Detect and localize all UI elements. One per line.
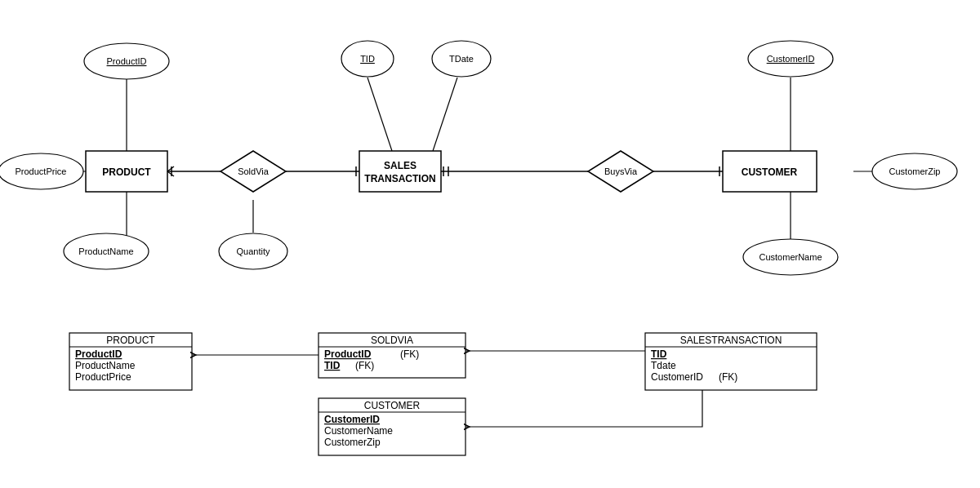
attr-productprice-label: ProductPrice xyxy=(16,166,67,176)
rel-arrow-sales-customer xyxy=(466,390,702,427)
rel-buysvia-label: BuysVia xyxy=(604,166,638,176)
table-product-title: PRODUCT xyxy=(106,335,155,346)
table-soldvia-fk2: (FK) xyxy=(355,360,374,371)
table-product-pk: ProductID xyxy=(75,348,122,360)
table-soldvia-title: SOLDVIA xyxy=(371,335,413,346)
attr-tid-label: TID xyxy=(360,54,375,64)
entity-sales xyxy=(359,151,441,192)
table-salestransaction-title: SALESTRANSACTION xyxy=(680,335,782,346)
attr-customerzip-label: CustomerZip xyxy=(889,166,941,176)
svg-line-21 xyxy=(167,171,174,176)
attr-productid-label: ProductID xyxy=(107,56,147,66)
table-soldvia-pk1: ProductID xyxy=(324,348,372,360)
er-diagram: ProductID ProductPrice ProductName TID T… xyxy=(0,0,980,488)
entity-product-label: PRODUCT xyxy=(102,166,151,178)
entity-sales-label2: TRANSACTION xyxy=(364,173,435,184)
table-customer-title: CUSTOMER xyxy=(364,400,421,411)
table-customer-f1: CustomerName xyxy=(324,425,393,437)
table-customer-f2: CustomerZip xyxy=(324,437,381,448)
entity-customer-label: CUSTOMER xyxy=(742,166,798,178)
attr-customerid-label: CustomerID xyxy=(767,54,815,64)
attr-productname-label: ProductName xyxy=(78,246,133,256)
table-salestransaction-fk: (FK) xyxy=(719,371,737,383)
table-customer-pk: CustomerID xyxy=(324,414,380,425)
svg-line-15 xyxy=(433,78,457,151)
table-soldvia-pk2: TID xyxy=(324,360,341,371)
svg-line-20 xyxy=(167,166,174,171)
entity-sales-label1: SALES xyxy=(384,160,416,171)
table-salestransaction-f1: Tdate xyxy=(651,360,676,371)
attr-quantity-label: Quantity xyxy=(237,246,270,256)
attr-tdate-label: TDate xyxy=(449,54,474,64)
table-salestransaction-pk: TID xyxy=(651,348,667,360)
table-salestransaction-f2: CustomerID xyxy=(651,371,703,383)
svg-line-14 xyxy=(368,78,392,151)
rel-soldvia-label: SoldVia xyxy=(238,166,270,176)
table-soldvia-fk1: (FK) xyxy=(400,348,419,360)
table-product-f2: ProductPrice xyxy=(75,371,131,383)
attr-customername-label: CustomerName xyxy=(759,252,822,262)
table-product-f1: ProductName xyxy=(75,360,136,371)
